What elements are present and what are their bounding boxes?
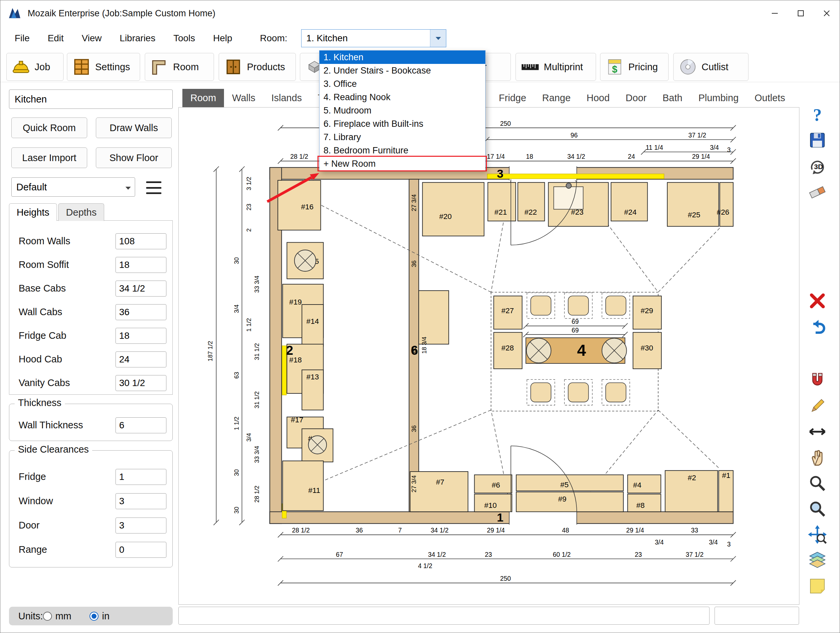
chair[interactable] [531,296,551,315]
room-walls-input[interactable] [115,233,166,249]
svg-text:#1: #1 [722,471,731,480]
door-input[interactable] [115,518,166,534]
toolbar-button-label: Multiprint [544,62,583,73]
svg-text:96: 96 [570,132,578,139]
view-tab-plumbing[interactable]: Plumbing [690,89,747,107]
room-option-8-bedroom-furniture[interactable]: 8. Bedroom Furniture [319,144,485,157]
zoom-window-button[interactable] [805,497,830,521]
room-option-2-under-stairs-bookcase[interactable]: 2. Under Stairs - Bookcase [319,64,485,77]
zoom-icon [808,474,827,493]
cabinet-26[interactable] [720,182,733,226]
room-option-5-mudroom[interactable]: 5. Mudroom [319,104,485,117]
room-option-3-office[interactable]: 3. Office [319,77,485,90]
notes-button[interactable] [805,574,830,598]
resize-horizontal-button[interactable] [805,419,830,444]
view-3d-button[interactable]: 3D [805,154,830,178]
hood-cab-input[interactable] [115,352,166,368]
room-name-input[interactable] [9,90,173,109]
view-tab-room[interactable]: Room [182,89,224,107]
undo-button[interactable] [805,314,830,339]
svg-text:69: 69 [572,318,578,325]
svg-text:#4: #4 [633,481,641,489]
cabinet-unlabeled[interactable] [418,290,448,344]
maximize-button[interactable] [788,0,814,26]
units-in-radio[interactable]: in [90,611,109,622]
cut-button[interactable] [805,394,830,418]
menu-tools[interactable]: Tools [164,33,204,44]
menu-file[interactable]: File [6,33,39,44]
view-tab-walls[interactable]: Walls [224,89,263,107]
chair[interactable] [606,296,626,315]
cabinet-25[interactable] [667,182,719,226]
magnet-button[interactable] [805,368,830,393]
toolbar-cutlist-button[interactable]: Cutlist [673,53,748,81]
cut-icon [808,397,827,415]
toolbar-room-button[interactable]: Room [145,53,214,81]
toolbar-pricing-button[interactable]: $Pricing [600,53,669,81]
zoom-button[interactable] [805,471,830,496]
zoom-extents-button[interactable] [805,522,830,547]
units-mm-radio[interactable]: mm [43,611,71,622]
help-button[interactable]: ? [805,102,830,127]
room-option-1-kitchen[interactable]: 1. Kitchen [319,51,485,64]
toolbar-job-button[interactable]: Job [6,53,63,81]
status-secondary-input[interactable] [715,607,799,625]
preset-combo[interactable]: Default [11,177,135,197]
room-soffit-input[interactable] [115,257,166,273]
view-tab-fridge[interactable]: Fridge [491,89,534,107]
cabinet-16[interactable] [278,180,321,230]
eraser-button[interactable] [805,179,830,204]
window-input[interactable] [115,493,166,509]
chair[interactable] [568,383,588,402]
minimize-button[interactable] [762,0,788,26]
cabinet-4[interactable] [628,475,661,493]
cabinet-11[interactable] [283,461,323,511]
range-input[interactable] [115,542,166,558]
floorplan-canvas[interactable]: #16#20#21#22#23#24#25#26#15#19#14#18#13#… [178,107,799,605]
show-floor-button[interactable]: Show Floor [96,147,172,168]
toolbar-products-button[interactable]: Products [219,53,296,81]
room-option-4-reading-nook[interactable]: 4. Reading Nook [319,90,485,104]
fridge-input[interactable] [115,469,166,485]
room-option-7-library[interactable]: 7. Library [319,131,485,144]
fridge-cab-input[interactable] [115,328,166,344]
menu-libraries[interactable]: Libraries [111,33,164,44]
draw-walls-button[interactable]: Draw Walls [96,117,172,138]
chair[interactable] [606,383,626,402]
quick-room-button[interactable]: Quick Room [11,117,87,138]
view-tab-islands[interactable]: Islands [263,89,310,107]
view-tab-door[interactable]: Door [618,89,655,107]
cabinet-9[interactable] [516,492,623,512]
save-button[interactable] [805,128,830,152]
vanity-cabs-input[interactable] [115,375,166,391]
view-tab-bath[interactable]: Bath [655,89,691,107]
laser-import-button[interactable]: Laser Import [11,147,87,168]
toolbar-multiprint-button[interactable]: Multiprint [516,53,596,81]
room-combo[interactable]: 1. Kitchen [301,29,446,47]
base-cabs-input[interactable] [115,281,166,297]
menu-help[interactable]: Help [204,33,241,44]
cabinet-20[interactable] [422,182,484,236]
svg-text:#10: #10 [484,501,497,510]
tab-depths[interactable]: Depths [58,204,104,221]
status-input[interactable] [178,607,709,625]
toolbar-settings-button[interactable]: Settings [67,53,140,81]
hamburger-menu-button[interactable] [143,180,165,195]
menu-view[interactable]: View [73,33,111,44]
close-button[interactable] [814,0,840,26]
wall-cabs-input[interactable] [115,304,166,320]
view-tab-range[interactable]: Range [534,89,578,107]
delete-button[interactable] [805,289,830,313]
menu-edit[interactable]: Edit [39,33,73,44]
layers-button[interactable] [805,548,830,573]
room-option-new-room[interactable]: + New Room [319,157,485,170]
view-tab-outlets[interactable]: Outlets [747,89,793,107]
svg-text:36: 36 [411,425,417,433]
room-option-6-fireplace-with-built-ins[interactable]: 6. Fireplace with Built-ins [319,117,485,131]
pan-hand-button[interactable] [805,445,830,470]
tab-heights[interactable]: Heights [9,204,57,221]
chair[interactable] [568,296,588,315]
wall-thickness-input[interactable] [115,417,166,433]
view-tab-hood[interactable]: Hood [579,89,618,107]
chair[interactable] [531,383,551,402]
